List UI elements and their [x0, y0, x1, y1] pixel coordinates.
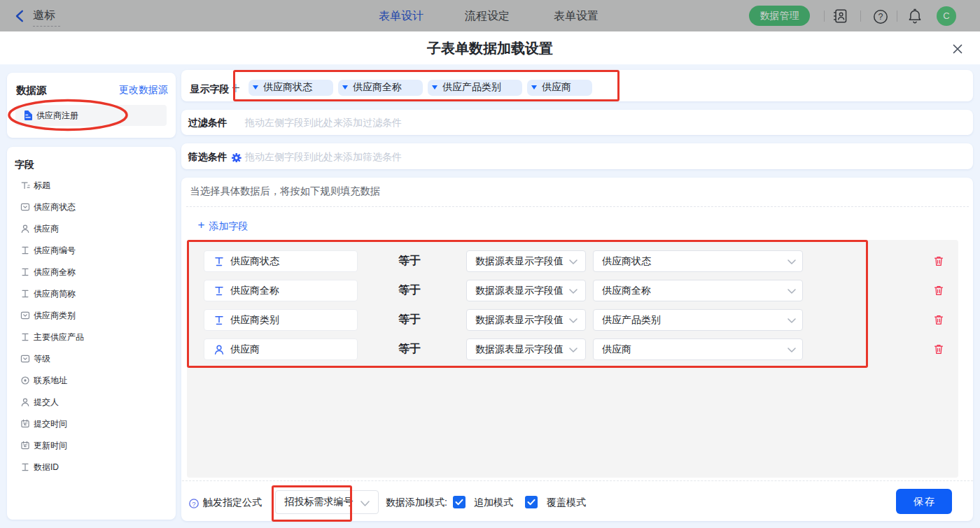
svg-text:?: ?: [192, 499, 195, 507]
svg-text:?: ?: [878, 12, 883, 22]
